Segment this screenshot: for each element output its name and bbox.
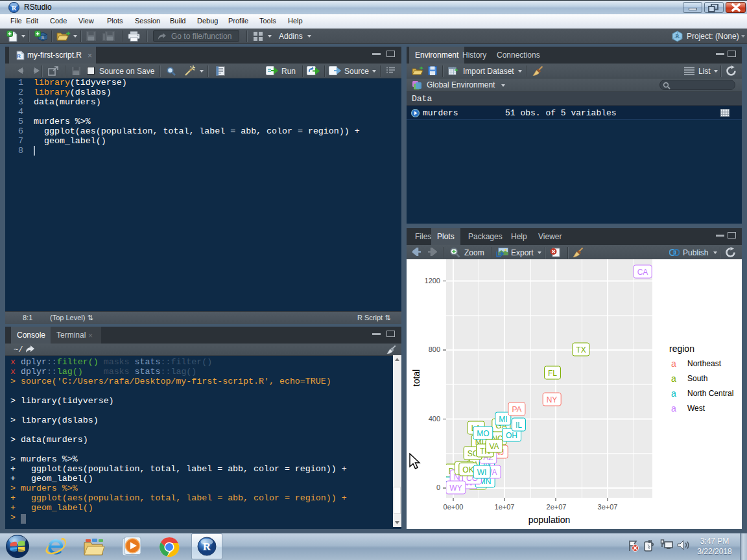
svg-text:R: R	[12, 5, 17, 12]
svg-text:R: R	[203, 541, 211, 553]
svg-text:R: R	[17, 53, 21, 59]
svg-text:R: R	[675, 33, 679, 40]
svg-text:R: R	[42, 35, 45, 40]
